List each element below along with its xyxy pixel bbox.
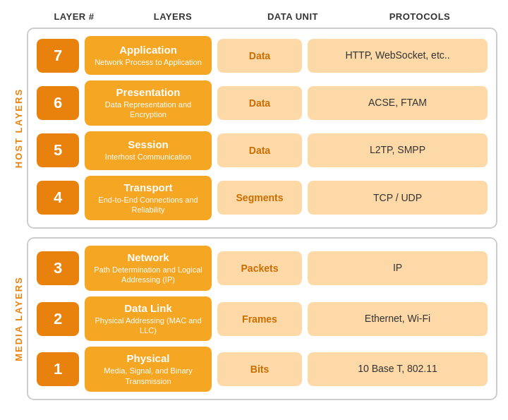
layer-main-name-3: Network (127, 251, 169, 263)
layer-name-box-4: TransportEnd-to-End Connections and Reli… (85, 176, 212, 221)
layer-row-1: 1PhysicalMedia, Signal, and Binary Trans… (37, 347, 488, 392)
layer-number-7: 7 (37, 39, 79, 73)
layer-main-name-5: Session (128, 138, 169, 150)
data-unit-2: Frames (217, 302, 302, 336)
layer-sub-name-6: Data Representation and Encryption (93, 100, 203, 120)
layer-sub-name-1: Media, Signal, and Binary Transmission (93, 366, 203, 386)
side-label-media: MEDIA LAYERS (11, 237, 27, 400)
layer-row-3: 3NetworkPath Determination and Logical A… (37, 246, 488, 291)
section-box-media: 3NetworkPath Determination and Logical A… (27, 237, 497, 400)
layer-name-box-7: ApplicationNetwork Process to Applicatio… (85, 36, 212, 75)
layer-sub-name-2: Physical Addressing (MAC and LLC) (93, 316, 203, 336)
layer-row-6: 6PresentationData Representation and Enc… (37, 80, 488, 126)
data-unit-5: Data (217, 133, 302, 167)
header-data-unit: DATA UNIT (243, 11, 342, 22)
section-media: MEDIA LAYERS3NetworkPath Determination a… (11, 237, 497, 400)
data-unit-7: Data (217, 39, 302, 73)
layer-main-name-2: Data Link (124, 302, 172, 314)
layer-name-box-2: Data LinkPhysical Addressing (MAC and LL… (85, 296, 212, 342)
protocol-3: IP (308, 251, 488, 285)
layer-row-5: 5SessionInterhost CommunicationDataL2TP,… (37, 131, 488, 170)
protocol-7: HTTP, WebSocket, etc.. (308, 39, 488, 73)
layer-row-2: 2Data LinkPhysical Addressing (MAC and L… (37, 296, 488, 342)
layer-main-name-7: Application (119, 44, 177, 56)
header-layer-num: LAYER # (46, 11, 102, 22)
section-host: HOST LAYERS7ApplicationNetwork Process t… (11, 28, 497, 229)
data-unit-6: Data (217, 86, 302, 120)
protocol-6: ACSE, FTAM (308, 86, 488, 120)
layer-number-4: 4 (37, 181, 79, 215)
header-protocols: PROTOCOLS (342, 11, 497, 22)
side-label-host: HOST LAYERS (11, 28, 27, 229)
layer-number-6: 6 (37, 86, 79, 120)
layer-sub-name-3: Path Determination and Logical Addressin… (93, 265, 203, 285)
protocol-1: 10 Base T, 802.11 (308, 352, 488, 386)
protocol-4: TCP / UDP (308, 181, 488, 215)
layer-row-4: 4TransportEnd-to-End Connections and Rel… (37, 176, 488, 221)
layer-sub-name-5: Interhost Communication (105, 152, 191, 162)
layer-name-box-1: PhysicalMedia, Signal, and Binary Transm… (85, 347, 212, 392)
protocol-2: Ethernet, Wi-Fi (308, 302, 488, 336)
layer-sub-name-4: End-to-End Connections and Reliability (93, 195, 203, 215)
layer-number-5: 5 (37, 133, 79, 167)
data-unit-1: Bits (217, 352, 302, 386)
table-header: LAYER # LAYERS DATA UNIT PROTOCOLS (11, 7, 497, 28)
layer-main-name-1: Physical (127, 352, 170, 364)
layer-sub-name-7: Network Process to Application (95, 57, 202, 67)
data-unit-4: Segments (217, 181, 302, 215)
layer-main-name-6: Presentation (116, 86, 181, 98)
protocol-5: L2TP, SMPP (308, 133, 488, 167)
layer-number-3: 3 (37, 251, 79, 285)
layer-row-7: 7ApplicationNetwork Process to Applicati… (37, 36, 488, 75)
layer-name-box-3: NetworkPath Determination and Logical Ad… (85, 246, 212, 291)
layer-number-2: 2 (37, 302, 79, 336)
layer-main-name-4: Transport (123, 181, 172, 193)
layer-name-box-5: SessionInterhost Communication (85, 131, 212, 170)
data-unit-3: Packets (217, 251, 302, 285)
layer-name-box-6: PresentationData Representation and Encr… (85, 80, 212, 126)
header-layers: LAYERS (102, 11, 243, 22)
section-box-host: 7ApplicationNetwork Process to Applicati… (27, 28, 497, 229)
layer-number-1: 1 (37, 352, 79, 386)
